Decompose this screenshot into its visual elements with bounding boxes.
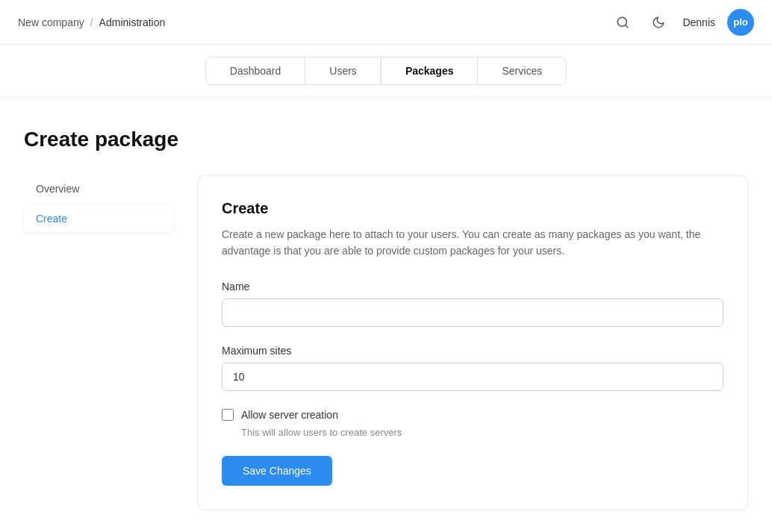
header-right: Dennis plo	[611, 9, 754, 36]
sidebar-item-overview[interactable]: Overview	[24, 175, 173, 202]
breadcrumb: New company / Administration	[18, 16, 165, 28]
allow-server-hint: This will allow users to create servers	[241, 427, 723, 438]
form-title: Create	[222, 200, 723, 217]
save-button[interactable]: Save Changes	[222, 456, 332, 486]
header: New company / Administration Dennis plo	[0, 0, 772, 45]
tabs-container: Dashboard Users Packages Services	[205, 57, 567, 85]
tab-users[interactable]: Users	[305, 57, 382, 84]
max-sites-label: Maximum sites	[222, 345, 723, 357]
tab-packages[interactable]: Packages	[382, 57, 479, 84]
tab-services[interactable]: Services	[478, 57, 566, 84]
form-panel: Create Create a new package here to atta…	[197, 175, 748, 510]
breadcrumb-separator: /	[90, 16, 93, 28]
page-title: Create package	[24, 128, 748, 151]
svg-line-1	[626, 25, 628, 27]
name-group: Name	[222, 281, 723, 327]
avatar[interactable]: plo	[727, 9, 754, 36]
allow-server-label[interactable]: Allow server creation	[241, 409, 338, 421]
tab-dashboard[interactable]: Dashboard	[206, 57, 306, 84]
tabs-navigation: Dashboard Users Packages Services	[0, 45, 772, 98]
name-input[interactable]	[222, 298, 723, 327]
dark-mode-icon[interactable]	[647, 10, 670, 34]
form-description: Create a new package here to attach to y…	[222, 226, 723, 260]
allow-server-checkbox[interactable]	[222, 409, 234, 421]
sidebar: Overview Create	[24, 175, 173, 510]
breadcrumb-section: Administration	[99, 16, 166, 28]
avatar-initials: plo	[733, 16, 748, 28]
max-sites-input[interactable]	[222, 363, 723, 391]
content-layout: Overview Create Create Create a new pack…	[24, 175, 748, 510]
main-content: Create package Overview Create Create Cr…	[0, 98, 772, 532]
max-sites-group: Maximum sites	[222, 345, 723, 391]
name-label: Name	[222, 281, 723, 292]
breadcrumb-company: New company	[18, 16, 84, 28]
allow-server-group: Allow server creation	[222, 409, 723, 421]
user-name: Dennis	[682, 16, 715, 28]
sidebar-item-create[interactable]: Create	[24, 205, 173, 232]
search-icon[interactable]	[611, 10, 635, 34]
